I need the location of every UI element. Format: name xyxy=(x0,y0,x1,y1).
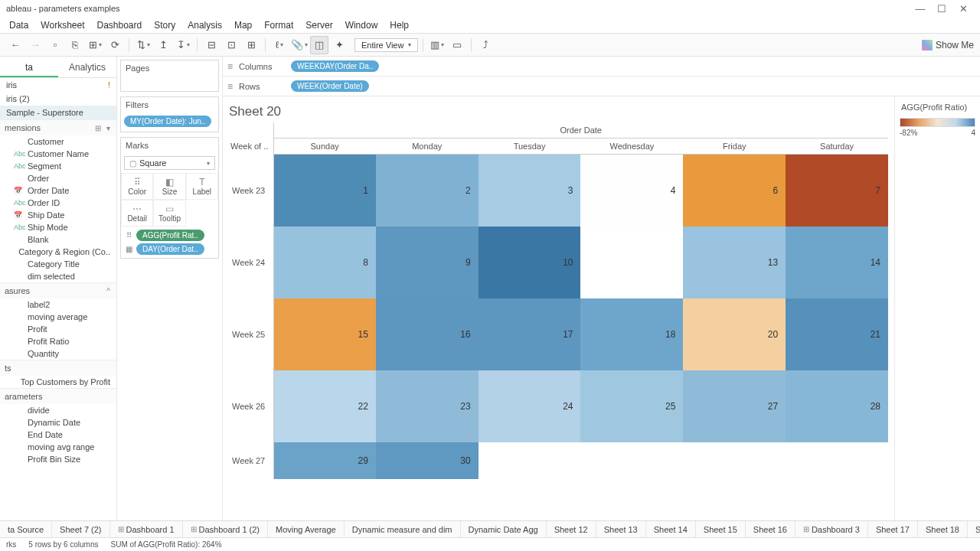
datasource-item[interactable]: iris! xyxy=(0,78,116,92)
sheet-tab[interactable]: Sheet 12 xyxy=(547,521,596,537)
menu-map[interactable]: Map xyxy=(228,20,258,31)
mark-pill[interactable]: AGG(Profit Rat.. xyxy=(136,230,204,241)
minimize-button[interactable]: — xyxy=(910,3,931,15)
field-item[interactable]: Category & Region (Co.. xyxy=(0,246,116,258)
menu-window[interactable]: Window xyxy=(339,20,384,31)
mark-type-select[interactable]: Square xyxy=(124,156,215,170)
columns-shelf[interactable]: ≡ Columns WEEKDAY(Order Da.. xyxy=(223,57,980,77)
aggregate-button[interactable]: ⊞ xyxy=(242,36,260,54)
field-item[interactable]: AbcShip Mode xyxy=(0,221,116,233)
new-datasource-button[interactable]: ⎘ xyxy=(66,36,84,54)
rows-shelf[interactable]: ≡ Rows WEEK(Order Date) xyxy=(223,77,980,96)
sheet-tab[interactable]: Sheet 7 (2) xyxy=(52,521,109,537)
analytics-tab[interactable]: Analytics xyxy=(58,57,116,77)
field-item[interactable]: AbcSegment xyxy=(0,160,116,172)
field-item[interactable]: dim selected xyxy=(0,270,116,282)
sheet-tab[interactable]: ⊞Dashboard 1 (2) xyxy=(183,521,269,537)
field-item[interactable]: End Date xyxy=(0,429,116,441)
menu-server[interactable]: Server xyxy=(299,20,338,31)
field-item[interactable]: Top Customers by Profit xyxy=(0,376,116,388)
sort-asc-button[interactable]: ↥ xyxy=(154,36,172,54)
sheet-tab[interactable]: Sheet 18 xyxy=(918,521,968,537)
datasource-item[interactable]: iris (2) xyxy=(0,92,116,106)
group-button[interactable]: ⊟ xyxy=(202,36,220,54)
maximize-button[interactable]: ☐ xyxy=(931,3,952,15)
sheet-tab[interactable]: Dynamic Date Agg xyxy=(461,521,547,537)
menu-story[interactable]: Story xyxy=(148,20,181,31)
field-item[interactable]: moving average xyxy=(0,311,116,323)
field-item[interactable]: Profit Bin Size xyxy=(0,453,116,465)
menu-analysis[interactable]: Analysis xyxy=(181,20,228,31)
sheet-tab[interactable]: Sheet 15 xyxy=(696,521,746,537)
filter-pill[interactable]: MY(Order Date): Jun.. xyxy=(124,116,211,127)
calendar-heatmap[interactable]: Order DateWeek of ..SundayMondayTuesdayW… xyxy=(229,122,888,479)
new-worksheet-button[interactable]: ⊞ xyxy=(86,36,104,54)
sheet-tab[interactable]: Sheet 16 xyxy=(746,521,795,537)
menu-help[interactable]: Help xyxy=(384,20,415,31)
sheet-tab[interactable]: Sheet 19 xyxy=(968,521,980,537)
show-cards-button[interactable]: ▥ xyxy=(428,36,446,54)
field-item[interactable]: AbcCustomer Name xyxy=(0,148,116,160)
field-item[interactable]: Dynamic Date xyxy=(0,416,116,429)
rows-pill[interactable]: WEEK(Order Date) xyxy=(291,80,369,92)
field-item[interactable]: AbcOrder ID xyxy=(0,197,116,209)
dimensions-header: mensions⊞ ▾ xyxy=(0,119,116,135)
sheet-tab[interactable]: ta Source xyxy=(0,521,52,537)
datasource-item[interactable]: Sample - Superstore xyxy=(0,106,116,119)
menu-format[interactable]: Format xyxy=(258,20,299,31)
menu-dashboard[interactable]: Dashboard xyxy=(91,20,149,31)
columns-icon: ≡ xyxy=(227,61,233,72)
field-item[interactable]: label2 xyxy=(0,298,116,311)
forward-button[interactable]: → xyxy=(26,36,44,54)
sheet-tab[interactable]: Moving Average xyxy=(268,521,345,537)
fit-button[interactable]: ◫ xyxy=(310,36,328,54)
field-item[interactable]: divide xyxy=(0,404,116,416)
field-item[interactable]: 📅Ship Date xyxy=(0,209,116,221)
sheet-tab[interactable]: Sheet 14 xyxy=(646,521,696,537)
mark-detail[interactable]: ⋯Detail xyxy=(121,200,153,227)
presentation-button[interactable]: ▭ xyxy=(448,36,466,54)
field-item[interactable]: Quantity xyxy=(0,347,116,360)
sheet-tab[interactable]: Sheet 17 xyxy=(868,521,918,537)
share-button[interactable]: ⤴ xyxy=(476,36,495,54)
sheet-tab[interactable]: Dynamic measure and dim xyxy=(345,521,461,537)
save-button[interactable]: ▫ xyxy=(46,36,64,54)
mark-size[interactable]: ◧Size xyxy=(153,173,185,200)
sheet-tab[interactable]: ⊞Dashboard 1 xyxy=(110,521,183,537)
sets-header: ts xyxy=(0,360,116,376)
view-select[interactable]: Entire View xyxy=(354,38,418,52)
status-bar: rks 5 rows by 6 columns SUM of AGG(Profi… xyxy=(0,537,980,551)
sheet-tab[interactable]: ⊞Dashboard 3 xyxy=(795,521,868,537)
show-me-button[interactable]: Show Me xyxy=(922,40,974,51)
show-labels-button[interactable]: ⊡ xyxy=(222,36,240,54)
back-button[interactable]: ← xyxy=(6,36,24,54)
app-title: ableau - parameters examples xyxy=(6,4,120,13)
color-legend[interactable]: AGG(Profit Ratio) -82%4 xyxy=(894,96,980,520)
pin-button[interactable]: ✦ xyxy=(330,36,348,54)
mark-tooltip[interactable]: ▭Tooltip xyxy=(153,200,185,227)
field-item[interactable]: Order xyxy=(0,172,116,184)
attach-button[interactable]: 📎 xyxy=(290,36,309,54)
swap-button[interactable]: ⇅ xyxy=(134,36,152,54)
mark-label[interactable]: TLabel xyxy=(186,173,218,200)
title-bar: ableau - parameters examples — ☐ ✕ xyxy=(0,0,980,17)
mark-pill[interactable]: DAY(Order Dat.. xyxy=(136,243,204,255)
field-item[interactable]: Blank xyxy=(0,233,116,246)
data-tab[interactable]: ta xyxy=(0,57,58,77)
field-item[interactable]: 📅Order Date xyxy=(0,184,116,197)
field-item[interactable]: Profit Ratio xyxy=(0,335,116,347)
menu-bar: Data Worksheet Dashboard Story Analysis … xyxy=(0,17,980,34)
columns-pill[interactable]: WEEKDAY(Order Da.. xyxy=(291,60,379,72)
mark-color[interactable]: ⠿Color xyxy=(121,173,153,200)
sort-desc-button[interactable]: ↧ xyxy=(174,36,192,54)
field-item[interactable]: Category Title xyxy=(0,258,116,270)
close-button[interactable]: ✕ xyxy=(952,3,974,15)
refresh-button[interactable]: ⟳ xyxy=(106,36,124,54)
field-item[interactable]: Profit xyxy=(0,323,116,335)
highlight-button[interactable]: ℓ xyxy=(270,36,289,54)
menu-data[interactable]: Data xyxy=(3,20,34,31)
field-item[interactable]: Customer xyxy=(0,135,116,148)
sheet-tab[interactable]: Sheet 13 xyxy=(596,521,646,537)
field-item[interactable]: moving avg range xyxy=(0,441,116,453)
menu-worksheet[interactable]: Worksheet xyxy=(34,20,90,31)
